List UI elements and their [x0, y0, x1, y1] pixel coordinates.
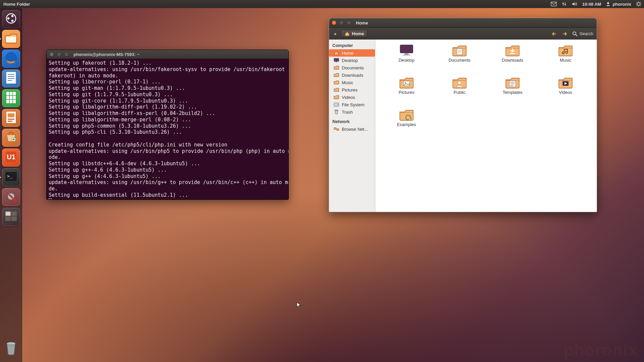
nav-forward-button[interactable] [561, 30, 569, 38]
window-maximize-button[interactable] [64, 52, 69, 57]
folder-documents[interactable]: Documents [434, 44, 485, 74]
launcher-ubuntu-one-icon[interactable]: U1 [2, 148, 20, 167]
workspace-switcher-icon [4, 210, 18, 223]
folder-label: Examples [397, 122, 416, 127]
files-iconview[interactable]: DesktopDocumentsDownloadsMusicPicturesPu… [375, 40, 597, 212]
folder-label: Templates [502, 90, 522, 95]
folder-icon [334, 95, 339, 100]
search-button[interactable]: Search [572, 31, 593, 37]
clock[interactable]: 10:48 AM [582, 2, 601, 7]
launcher-trash[interactable] [2, 339, 20, 357]
trash-icon [4, 341, 18, 356]
folder-icon [399, 109, 414, 121]
path-button-home[interactable]: Home [341, 30, 368, 38]
svg-line-45 [7, 199, 8, 200]
calc-icon [5, 91, 17, 106]
files-window[interactable]: Home ◂ Home Search Computer HomeDesktopD… [329, 18, 597, 212]
terminal-output[interactable]: Setting up fakeroot (1.18.2-1) ... updat… [47, 59, 288, 200]
disk-icon [334, 102, 339, 107]
launcher-terminal-icon[interactable]: >_ [2, 168, 20, 186]
svg-rect-74 [511, 83, 515, 84]
launcher-firefox-icon[interactable] [2, 50, 20, 68]
arrow-left-icon [551, 31, 558, 37]
launcher-settings-icon[interactable] [2, 188, 20, 206]
window-close-button[interactable] [49, 52, 54, 57]
arrow-right-icon [562, 31, 569, 37]
sidebar-item-label: File System [342, 102, 365, 107]
svg-line-8 [640, 5, 641, 6]
terminal-title: phoronix@phoronix-MS-7593: ~ [73, 52, 140, 57]
folder-icon [452, 44, 467, 56]
ubuntu-one-icon: U1 [4, 150, 18, 165]
svg-rect-62 [405, 53, 409, 55]
window-minimize-button[interactable] [57, 52, 61, 57]
launcher-dash-icon[interactable] [2, 10, 20, 28]
power-cog-icon[interactable] [636, 1, 641, 7]
folder-examples[interactable]: Examples [381, 109, 432, 139]
sidebar-item-documents[interactable]: Documents [329, 64, 375, 71]
folder-public[interactable]: Public [434, 76, 485, 107]
svg-line-53 [576, 35, 577, 36]
folder-downloads[interactable]: Downloads [487, 44, 538, 74]
sidebar-item-label: Music [342, 80, 353, 85]
terminal-titlebar[interactable]: phoronix@phoronix-MS-7593: ~ [47, 50, 288, 59]
sidebar-header-network: Network [329, 118, 375, 125]
folder-icon [334, 87, 339, 93]
folder-icon [558, 76, 573, 88]
sidebar-item-downloads[interactable]: Downloads [329, 71, 375, 79]
launcher-files-icon[interactable] [2, 30, 20, 48]
terminal-window[interactable]: phoronix@phoronix-MS-7593: ~ Setting up … [46, 50, 289, 200]
launcher-workspace-switcher-icon[interactable] [2, 208, 20, 226]
sidebar-item-home[interactable]: Home [329, 49, 375, 57]
sidebar-header-computer: Computer [329, 42, 375, 49]
sidebar-item-label: Pictures [342, 87, 358, 93]
impress-icon [5, 111, 17, 125]
window-close-button[interactable] [332, 20, 336, 25]
files-title: Home [356, 20, 368, 25]
folder-videos[interactable]: Videos [540, 76, 591, 107]
sidebar-item-videos[interactable]: Videos [329, 94, 375, 101]
sidebar-item-trash[interactable]: Trash [329, 108, 375, 116]
sidebar-item-music[interactable]: Music [329, 79, 375, 86]
folder-music[interactable]: Music [540, 44, 591, 74]
svg-point-12 [7, 17, 9, 19]
window-maximize-button[interactable] [346, 20, 351, 25]
network-icon[interactable] [561, 1, 567, 7]
folder-label: Desktop [398, 58, 415, 63]
svg-point-70 [405, 82, 406, 83]
folder-templates[interactable]: Templates [487, 76, 538, 107]
files-icon [4, 33, 18, 45]
svg-rect-49 [5, 217, 11, 221]
folder-icon [505, 44, 520, 56]
launcher-writer-icon[interactable] [2, 69, 20, 87]
svg-rect-15 [6, 37, 16, 42]
sidebar-item-browse-network[interactable]: Browse Net... [329, 125, 375, 133]
settings-icon [4, 190, 18, 204]
sidebar-item-label: Downloads [342, 73, 363, 78]
sidebar-item-label: Browse Net... [342, 127, 368, 132]
window-minimize-button[interactable] [339, 20, 344, 25]
folder-desktop[interactable]: Desktop [381, 44, 432, 74]
mail-icon[interactable] [551, 2, 557, 6]
folder-icon [505, 76, 520, 88]
files-titlebar[interactable]: Home [329, 18, 597, 27]
launcher-software-center-icon[interactable] [2, 129, 20, 147]
sidebar-item-pictures[interactable]: Pictures [329, 86, 375, 94]
sidebar-item-file-system[interactable]: File System [329, 101, 375, 108]
path-chevron-icon[interactable]: ◂ [332, 31, 337, 36]
nav-back-button[interactable] [551, 30, 558, 38]
folder-label: Documents [448, 58, 471, 63]
svg-rect-64 [457, 49, 462, 55]
sound-icon[interactable] [572, 2, 578, 6]
username-label: phoronix [612, 2, 631, 7]
folder-label: Videos [559, 90, 572, 95]
svg-line-7 [637, 2, 637, 3]
svg-rect-47 [5, 212, 11, 216]
sidebar-item-label: Trash [342, 110, 353, 115]
folder-pictures[interactable]: Pictures [381, 76, 432, 107]
sidebar-item-desktop[interactable]: Desktop [329, 57, 375, 64]
launcher-impress-icon[interactable] [2, 109, 20, 127]
launcher-calc-icon[interactable] [2, 89, 20, 107]
session-menu[interactable]: phoronix [606, 2, 631, 7]
home-icon [334, 50, 339, 56]
